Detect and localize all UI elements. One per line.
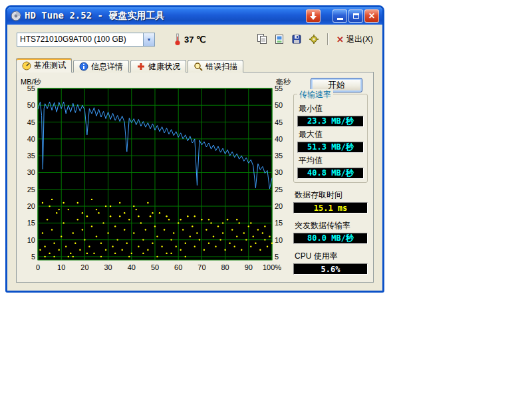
svg-text:40: 40 [275, 135, 283, 143]
desktop: HD Tune 2.52 - 硬盘实用工具 ✕ HTS721010G9AT00 … [0, 0, 532, 399]
copy-image-button[interactable] [273, 33, 286, 46]
exit-button[interactable]: ✕ 退出(X) [335, 34, 374, 45]
svg-text:10: 10 [27, 236, 35, 244]
temperature-indicator: 37 ℃ [174, 32, 206, 47]
access-time-value: 15.1 ms [293, 202, 368, 213]
exit-label: 退出(X) [346, 34, 373, 45]
burst-rate-label: 突发数据传输率 [295, 220, 368, 231]
svg-text:30: 30 [104, 263, 112, 271]
cpu-usage-value: 5.6% [293, 263, 368, 275]
svg-text:90: 90 [245, 263, 253, 271]
svg-text:35: 35 [275, 152, 283, 160]
max-transfer-label: 最大值 [299, 129, 364, 140]
svg-text:20: 20 [80, 263, 88, 271]
svg-text:25: 25 [275, 186, 283, 194]
drive-select[interactable]: HTS721010G9AT00 (100 GB) ▼ [17, 33, 155, 47]
save-button[interactable] [290, 33, 303, 46]
info-icon [79, 62, 88, 71]
tabstrip: 基准测试 信息详情 健康状况 错误扫描 [16, 58, 245, 72]
chevron-down-icon: ▼ [147, 37, 152, 42]
titlebar-buttons: ✕ [306, 9, 379, 23]
options-icon [309, 34, 319, 45]
minimize-icon [337, 18, 343, 20]
svg-text:毫秒: 毫秒 [276, 78, 291, 86]
burst-rate-value: 80.0 MB/秒 [293, 233, 368, 244]
svg-text:50: 50 [275, 101, 283, 109]
health-cross-icon [136, 62, 146, 71]
benchmark-chart: 5510101515202025253030353540404545505055… [18, 76, 293, 277]
drive-select-dropdown-button[interactable]: ▼ [143, 33, 154, 46]
min-transfer-label: 最小值 [299, 103, 364, 114]
tab-health-label: 健康状况 [148, 61, 180, 72]
arrow-down-icon [310, 12, 317, 20]
svg-text:50: 50 [27, 101, 35, 109]
maximize-icon [353, 13, 359, 19]
svg-text:MB/秒: MB/秒 [21, 78, 42, 86]
window-body: HTS721010G9AT00 (100 GB) ▼ 37 ℃ [7, 25, 382, 291]
svg-text:40: 40 [128, 263, 136, 271]
svg-text:20: 20 [27, 202, 35, 210]
avg-transfer-label: 平均值 [299, 155, 364, 166]
benchmark-icon [22, 61, 31, 70]
min-transfer-value: 23.3 MB/秒 [297, 116, 364, 127]
svg-text:20: 20 [275, 202, 283, 210]
tab-health[interactable]: 健康状况 [130, 60, 186, 72]
svg-text:15: 15 [275, 219, 283, 227]
transfer-rate-group-title: 传输速率 [297, 89, 333, 100]
transfer-rate-group: 传输速率 最小值 23.3 MB/秒 最大值 51.3 MB/秒 平均值 40.… [293, 94, 368, 183]
tab-benchmark-label: 基准测试 [34, 60, 66, 71]
exit-x-icon: ✕ [336, 35, 344, 45]
drive-select-value: HTS721010G9AT00 (100 GB) [17, 33, 143, 46]
svg-text:40: 40 [27, 135, 35, 143]
hdtune-window: HD Tune 2.52 - 硬盘实用工具 ✕ HTS721010G9AT00 … [5, 5, 384, 293]
options-button[interactable] [307, 33, 321, 46]
svg-text:45: 45 [27, 118, 35, 126]
svg-text:25: 25 [27, 186, 35, 194]
svg-text:60: 60 [174, 263, 182, 271]
magnifier-icon [194, 62, 203, 71]
toolbar-separator [327, 33, 329, 45]
benchmark-tab-page: 5510101515202025253030353540404545505055… [16, 72, 374, 283]
window-title: HD Tune 2.52 - 硬盘实用工具 [25, 10, 303, 22]
svg-text:70: 70 [198, 263, 205, 271]
results-panel: 传输速率 最小值 23.3 MB/秒 最大值 51.3 MB/秒 平均值 40.… [293, 94, 368, 275]
app-icon [11, 11, 21, 21]
svg-text:10: 10 [275, 236, 283, 244]
tab-error-scan-label: 错误扫描 [205, 61, 237, 72]
svg-text:100%: 100% [263, 263, 281, 271]
svg-text:15: 15 [27, 219, 35, 227]
tab-info[interactable]: 信息详情 [73, 60, 129, 72]
maximize-button[interactable] [348, 9, 363, 23]
capture-arrow-button[interactable] [306, 9, 321, 23]
minimize-button[interactable] [332, 9, 347, 23]
close-icon: ✕ [368, 12, 375, 20]
avg-transfer-value: 40.8 MB/秒 [297, 168, 364, 179]
max-transfer-value: 51.3 MB/秒 [297, 142, 364, 153]
close-button[interactable]: ✕ [364, 9, 379, 23]
copy-text-button[interactable] [255, 33, 269, 46]
svg-text:80: 80 [221, 263, 229, 271]
svg-text:45: 45 [275, 118, 283, 126]
toolbar-right: ✕ 退出(X) [255, 32, 374, 47]
titlebar[interactable]: HD Tune 2.52 - 硬盘实用工具 ✕ [7, 7, 382, 25]
tab-benchmark[interactable]: 基准测试 [16, 58, 72, 72]
copy-image-icon [274, 34, 285, 45]
thermometer-icon [174, 33, 182, 46]
svg-text:30: 30 [27, 168, 35, 176]
svg-text:10: 10 [57, 263, 65, 271]
tab-error-scan[interactable]: 错误扫描 [188, 60, 243, 72]
svg-text:35: 35 [27, 152, 35, 160]
svg-text:5: 5 [31, 253, 35, 261]
temperature-value: 37 ℃ [184, 35, 206, 45]
save-icon [291, 34, 302, 45]
svg-text:5: 5 [275, 253, 279, 261]
cpu-usage-label: CPU 使用率 [295, 251, 368, 262]
copy-text-icon [257, 34, 267, 45]
svg-text:50: 50 [151, 263, 159, 271]
access-time-label: 数据存取时间 [295, 190, 368, 201]
tab-info-label: 信息详情 [91, 61, 123, 72]
svg-text:0: 0 [36, 263, 40, 271]
svg-text:30: 30 [275, 168, 283, 176]
